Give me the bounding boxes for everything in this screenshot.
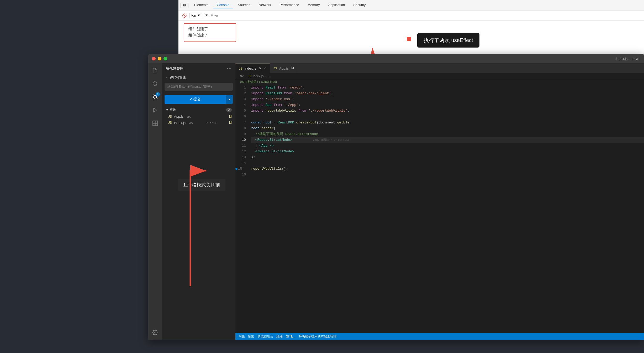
- breadcrumb-src: src: [240, 74, 244, 78]
- code-line-13: );: [251, 154, 644, 160]
- source-control-sidebar: 源代码管理 ··· ▼ 源代码管理 消息(按Enter 在"master"提交)…: [162, 63, 235, 340]
- tab-console[interactable]: Console: [213, 2, 233, 8]
- section-label: 源代码管理: [170, 75, 186, 80]
- close-button[interactable]: [152, 57, 156, 60]
- svg-rect-12: [153, 121, 155, 123]
- status-git[interactable]: GITL...: [286, 335, 295, 338]
- status-output[interactable]: 输出: [248, 334, 254, 339]
- code-line-8: root.render(: [251, 126, 644, 131]
- activity-run[interactable]: [150, 105, 160, 115]
- console-log-line-1: 组件创建了: [188, 26, 231, 33]
- clear-console-btn[interactable]: 🚫: [181, 12, 187, 19]
- tab-application[interactable]: Application: [325, 2, 349, 8]
- tab-performance[interactable]: Performance: [276, 2, 303, 8]
- ln-6: 6: [235, 114, 246, 120]
- ln-9: 9: [235, 131, 246, 137]
- js-icon-appjs: JS: [168, 115, 172, 118]
- commit-btn-row: ✓ 提交 ▾: [165, 95, 233, 104]
- svg-line-7: [156, 85, 157, 86]
- sidebar-more-btn[interactable]: ···: [227, 66, 232, 71]
- code-line-4: import App from './App';: [251, 102, 644, 108]
- file-item-indexjs[interactable]: JS index.js src ↗ ↩ + M: [162, 120, 235, 126]
- status-terminal[interactable]: 终端: [276, 334, 283, 339]
- editor-breadcrumb: src › JS index.js › ...: [235, 73, 644, 79]
- ln-3: 3: [235, 96, 246, 102]
- breadcrumb-indexjs: index.js: [253, 74, 264, 78]
- svg-point-8: [156, 98, 157, 99]
- ln-4: 4: [235, 102, 246, 108]
- breadcrumb-js-icon: JS: [248, 75, 251, 78]
- svg-point-16: [154, 332, 156, 333]
- commit-dropdown-btn[interactable]: ▾: [226, 95, 233, 104]
- code-line-1: import React from 'react';: [251, 85, 644, 91]
- code-line-2: import ReactDOM from 'react-dom/client';: [251, 91, 644, 96]
- strict-mode-annotation: 1.严格模式关闭前: [178, 179, 225, 191]
- commit-message-input[interactable]: 消息(按Enter 在"master"提交): [165, 83, 233, 91]
- context-dropdown[interactable]: top ▼: [189, 13, 202, 18]
- red-dot: [407, 37, 411, 41]
- code-line-3: import './index.css';: [251, 96, 644, 102]
- changes-chevron: ▼: [166, 108, 169, 112]
- tab-sources[interactable]: Sources: [234, 2, 254, 8]
- tab-memory[interactable]: Memory: [304, 2, 324, 8]
- section-chevron: ▼: [166, 76, 168, 79]
- context-label: top: [191, 13, 196, 17]
- devtools-toolbar: 🚫 top ▼ 👁: [178, 11, 644, 20]
- eye-icon[interactable]: 👁: [204, 13, 209, 18]
- devtools-toggle[interactable]: ⊡: [181, 3, 188, 8]
- filter-input[interactable]: [211, 13, 641, 17]
- vscode-body: 2 源代码管理: [148, 63, 644, 340]
- activity-search[interactable]: [150, 79, 160, 89]
- file-actions: ↗ ↩ +: [205, 121, 217, 125]
- console-log-box: 组件创建了 组件创建了: [184, 23, 236, 42]
- svg-point-10: [153, 98, 155, 99]
- svg-point-6: [153, 82, 157, 86]
- open-file-icon[interactable]: ↗: [205, 121, 208, 125]
- tab-elements[interactable]: Elements: [191, 2, 212, 8]
- tab-appjs[interactable]: JS App.js M: [270, 63, 298, 73]
- appjs-name: App.js: [174, 115, 183, 118]
- commit-button[interactable]: ✓ 提交: [165, 95, 226, 104]
- status-user: @满脑子技术的前端工程师: [299, 334, 336, 339]
- activity-files[interactable]: [150, 66, 160, 75]
- code-line-7: const root = ReactDOM.createRoot(documen…: [251, 120, 644, 126]
- activity-settings[interactable]: [150, 328, 160, 337]
- indexjs-name: index.js: [174, 121, 186, 125]
- activity-bar: 2: [148, 63, 162, 340]
- tab-indexjs[interactable]: JS index.js M ✕: [235, 63, 270, 73]
- ln-12: 12: [235, 149, 246, 154]
- useeffect-annotation: 执行了两次 useEffect: [417, 33, 479, 48]
- tab-indexjs-close[interactable]: ✕: [263, 67, 266, 70]
- activity-git[interactable]: 2: [150, 92, 160, 102]
- source-control-section[interactable]: ▼ 源代码管理: [162, 74, 235, 81]
- changes-label: 更改: [170, 107, 176, 112]
- js-icon-indexjs: JS: [168, 121, 172, 124]
- appjs-dir: src: [187, 115, 191, 118]
- code-lines[interactable]: import React from 'react'; import ReactD…: [249, 85, 644, 333]
- console-log-line-2: 组件创建了: [188, 33, 231, 39]
- editor-tabs: JS index.js M ✕ JS App.js M: [235, 63, 644, 73]
- line-numbers: 1 2 3 4 5 6 7 8 9 10 11 12 13 14 15 16: [235, 85, 249, 333]
- code-line-9: //就是下面的代码 React.StrictMode: [251, 131, 644, 137]
- status-problems[interactable]: 问题: [239, 334, 245, 339]
- maximize-button[interactable]: [163, 57, 167, 60]
- code-line-10: <React.StrictMode> You, 3周前 • Initializ: [251, 137, 644, 143]
- changes-section-header[interactable]: ▼ 更改 2: [162, 106, 235, 113]
- discard-icon[interactable]: ↩: [210, 121, 213, 125]
- file-item-appjs[interactable]: JS App.js src M: [162, 113, 235, 120]
- tab-js-icon: JS: [239, 67, 242, 70]
- indexjs-badge: M: [229, 121, 232, 124]
- tab-security[interactable]: Security: [350, 2, 369, 8]
- ln-15: 15: [235, 166, 246, 172]
- vscode-titlebar: index.js — myre: [148, 54, 644, 63]
- svg-point-9: [153, 95, 155, 96]
- stage-icon[interactable]: +: [215, 121, 217, 125]
- activity-extensions[interactable]: [150, 118, 160, 128]
- minimize-button[interactable]: [158, 57, 161, 60]
- status-debug-console[interactable]: 调试控制台: [257, 334, 273, 339]
- ln-14: 14: [235, 160, 246, 166]
- indexjs-dir: src: [189, 121, 193, 124]
- svg-rect-14: [153, 123, 155, 126]
- sidebar-header: 源代码管理 ···: [162, 63, 235, 74]
- tab-network[interactable]: Network: [255, 2, 275, 8]
